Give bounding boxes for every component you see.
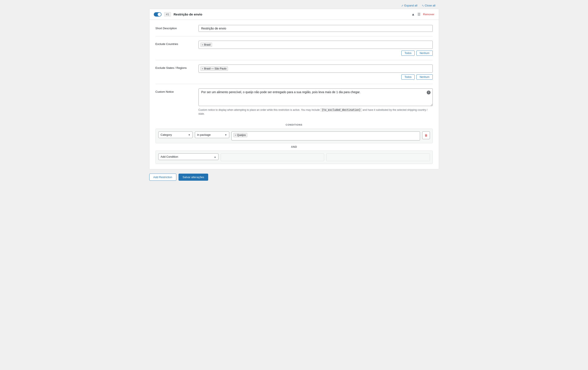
condition-tags-input[interactable]: × Queijos bbox=[231, 131, 420, 140]
help-icon[interactable]: ? bbox=[427, 91, 430, 95]
expand-icon: ⤢ bbox=[401, 4, 403, 7]
short-description-label: Short Description bbox=[156, 25, 194, 30]
top-bar: ⤢ Expand all ⤡ Close all bbox=[149, 2, 439, 9]
add-condition-empty-1 bbox=[221, 153, 324, 161]
exclude-states-control: × Brasil — São Paulo Todos Nenhum bbox=[199, 64, 433, 80]
exclude-countries-row: Exclude Countries × Brasil Todos Nenhum bbox=[156, 41, 433, 56]
state-tag-remove[interactable]: × bbox=[202, 68, 203, 70]
toggle-switch[interactable] bbox=[154, 12, 161, 17]
trash-icon: 🗑 bbox=[425, 134, 428, 137]
save-button[interactable]: Salvar alterações bbox=[178, 174, 208, 181]
condition-type-select[interactable]: Category Product Tag Shipping Class bbox=[158, 131, 193, 138]
sort-icon[interactable]: ▲ bbox=[411, 12, 415, 16]
remove-link[interactable]: Remover bbox=[423, 13, 434, 16]
custom-notice-row: Custom Notice Por ser um alimento perecí… bbox=[156, 88, 433, 116]
help-text: Custom notice to display when attempting… bbox=[199, 108, 433, 116]
short-description-input[interactable] bbox=[199, 25, 433, 32]
custom-notice-textarea[interactable]: Por ser um alimento perecível, o queijo … bbox=[199, 88, 433, 106]
add-restriction-button[interactable]: Add Restriction bbox=[149, 174, 176, 181]
country-tag-remove[interactable]: × bbox=[202, 44, 203, 46]
and-label: AND bbox=[156, 143, 433, 151]
add-condition-select[interactable]: Add Condition Category Product Tag bbox=[158, 153, 219, 160]
menu-icon[interactable]: ☰ bbox=[418, 12, 420, 16]
states-nenhum-button[interactable]: Nenhum bbox=[416, 74, 432, 80]
exclude-countries-tag-input[interactable]: × Brasil bbox=[199, 41, 433, 49]
nenhum-button[interactable]: Nenhum bbox=[416, 51, 432, 56]
restriction-number: #1 bbox=[164, 12, 171, 17]
state-tag-sao-paulo: × Brasil — São Paulo bbox=[200, 66, 228, 71]
condition-tag-label: Queijos bbox=[237, 134, 246, 137]
add-condition-row: Add Condition Category Product Tag ▼ bbox=[156, 151, 433, 164]
states-todos-button[interactable]: Todos bbox=[401, 74, 415, 80]
country-tag-label: Brasil bbox=[204, 43, 210, 46]
custom-notice-control: Por ser um alimento perecível, o queijo … bbox=[199, 88, 433, 116]
header-actions: ▲ ☰ Remover bbox=[411, 12, 434, 16]
textarea-wrapper: Por ser um alimento perecível, o queijo … bbox=[199, 88, 433, 107]
exclude-states-tag-input[interactable]: × Brasil — São Paulo bbox=[199, 64, 433, 73]
conditions-label: CONDITIONS bbox=[156, 120, 433, 129]
restriction-title: Restrição de envio bbox=[174, 12, 409, 16]
add-condition-wrapper: Add Condition Category Product Tag ▼ bbox=[158, 153, 219, 161]
help-notice-before: Custom notice to display when attempting… bbox=[199, 108, 320, 111]
condition-operator-wrapper: in package not in package contains does … bbox=[195, 131, 229, 138]
exclude-countries-control: × Brasil Todos Nenhum bbox=[199, 41, 433, 56]
code-tag: {to_excluded_destination} bbox=[320, 108, 362, 112]
expand-all-link[interactable]: ⤢ Expand all bbox=[401, 4, 418, 7]
countries-button-row: Todos Nenhum bbox=[199, 51, 433, 56]
states-button-row: Todos Nenhum bbox=[199, 74, 433, 80]
todos-button[interactable]: Todos bbox=[401, 51, 415, 56]
page-footer: Add Restriction Salvar alterações bbox=[149, 169, 439, 183]
expand-all-label: Expand all bbox=[404, 4, 418, 7]
condition-tag-remove[interactable]: × bbox=[235, 134, 236, 136]
restriction-body: Short Description Exclude Countries × Br… bbox=[149, 20, 439, 169]
conditions-section: CONDITIONS Category Product Tag Shipping… bbox=[156, 120, 433, 164]
close-icon: ⤡ bbox=[422, 4, 424, 7]
exclude-states-label: Exclude States / Regions bbox=[156, 64, 194, 70]
restriction-card: #1 Restrição de envio ▲ ☰ Remover Short … bbox=[149, 9, 439, 169]
exclude-states-row: Exclude States / Regions × Brasil — São … bbox=[156, 64, 433, 80]
short-description-row: Short Description bbox=[156, 25, 433, 32]
condition-operator-select[interactable]: in package not in package contains does … bbox=[195, 131, 229, 138]
country-tag-brasil: × Brasil bbox=[200, 42, 212, 47]
close-all-label: Close all bbox=[425, 4, 436, 7]
condition-type-wrapper: Category Product Tag Shipping Class ▼ bbox=[158, 131, 193, 138]
condition-row: Category Product Tag Shipping Class ▼ in… bbox=[156, 129, 433, 143]
state-tag-label: Brasil — São Paulo bbox=[204, 67, 226, 70]
condition-tag-queijos: × Queijos bbox=[233, 133, 247, 137]
close-all-link[interactable]: ⤡ Close all bbox=[422, 4, 436, 7]
custom-notice-label: Custom Notice bbox=[156, 88, 194, 93]
exclude-countries-label: Exclude Countries bbox=[156, 41, 194, 46]
restriction-header: #1 Restrição de envio ▲ ☰ Remover bbox=[149, 9, 439, 20]
delete-condition-button[interactable]: 🗑 bbox=[422, 131, 430, 139]
add-condition-empty-2 bbox=[326, 153, 430, 161]
short-description-control bbox=[199, 25, 433, 32]
